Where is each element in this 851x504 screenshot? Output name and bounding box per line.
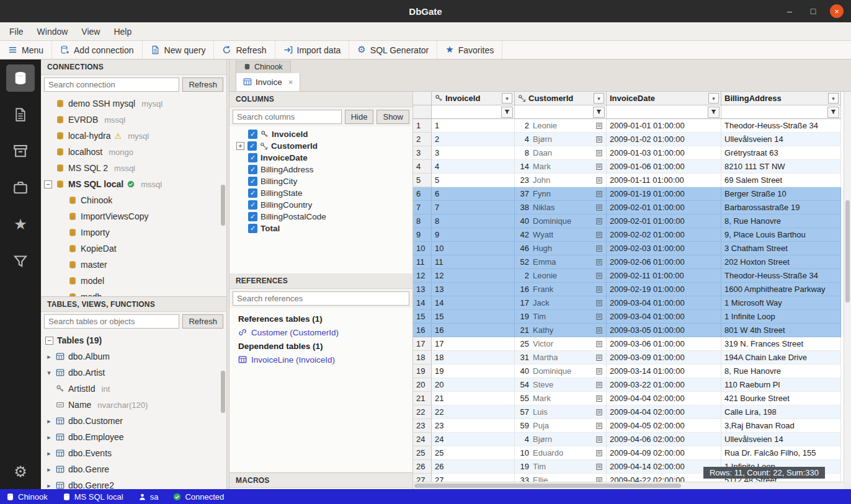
row-number[interactable]: 1 [413,119,432,133]
statusbar-chinook[interactable]: Chinook [6,492,48,502]
vertical-scrollbar-thumb[interactable] [845,200,850,303]
row-number[interactable]: 7 [413,201,432,214]
column-check-item-total[interactable]: ✓Total [229,223,412,234]
column-header-customerid[interactable]: CustomerId▾ [515,92,607,105]
cell-customerid[interactable]: 31Martha [515,351,607,365]
cell-customerid[interactable]: 42Wyatt [515,228,607,242]
row-number[interactable]: 22 [413,405,432,419]
lookup-icon[interactable] [595,422,603,430]
database-item-master[interactable]: master [41,257,226,273]
statusbar-sa[interactable]: sa [138,492,159,502]
row-number[interactable]: 10 [413,242,432,255]
filter-icon[interactable] [501,107,513,118]
cell-customerid[interactable]: 37Fynn [515,187,607,201]
cell-invoiceid[interactable]: 21 [432,392,515,405]
collapse-icon[interactable]: − [45,337,53,345]
cell-billingaddress[interactable]: 9, Place Louis Barthou [721,228,841,242]
database-item-chinook[interactable]: Chinook [41,192,226,208]
cell-billingaddress[interactable]: 1600 Amphitheatre Parkway [721,283,841,296]
table-item-dbo-album[interactable]: ▸dbo.Album [41,348,226,365]
column-check-item-billingcity[interactable]: ✓BillingCity [229,175,412,187]
cell-invoicedate[interactable]: 2009-01-01 01:00:00 [607,119,721,133]
menu-file[interactable]: File [2,22,30,40]
cell-billingaddress[interactable]: 8, Rue Hanovre [721,214,841,228]
rail-plugins-button[interactable] [6,174,35,201]
cell-invoiceid[interactable]: 10 [432,242,515,255]
lookup-icon[interactable] [595,259,603,266]
cell-customerid[interactable]: 52Emma [515,255,607,269]
cell-invoicedate[interactable]: 2009-03-05 01:00:00 [607,324,721,337]
row-number[interactable]: 23 [413,419,432,433]
cell-customerid[interactable]: 33Ellie [515,474,607,482]
cell-invoiceid[interactable]: 15 [432,310,515,324]
columns-search-input[interactable] [233,110,342,124]
row-number[interactable]: 2 [413,133,432,146]
lookup-icon[interactable] [595,436,603,443]
cell-billingaddress[interactable]: Ullevålsveien 14 [721,133,841,146]
cell-invoiceid[interactable]: 13 [432,283,515,296]
row-number[interactable]: 19 [413,365,432,378]
toolbar-import-data-button[interactable]: Import data [275,41,350,59]
row-number[interactable]: 14 [413,296,432,310]
lookup-icon[interactable] [595,272,603,280]
database-item-importviewscopy[interactable]: ImportViewsCopy [41,208,226,224]
lookup-icon[interactable] [595,122,603,130]
cell-invoiceid[interactable]: 7 [432,201,515,214]
filter-input-billingaddress[interactable] [721,105,827,118]
hide-button[interactable]: Hide [345,110,374,124]
cell-customerid[interactable]: 2Leonie [515,269,607,283]
cell-invoicedate[interactable]: 2009-01-02 01:00:00 [607,133,721,146]
checkbox-checked[interactable]: ✓ [248,188,257,198]
database-item-kopiedat[interactable]: KopieDat [41,241,226,257]
row-number[interactable]: 25 [413,446,432,460]
connections-scrollbar-thumb[interactable] [221,185,225,226]
lookup-icon[interactable] [595,190,603,198]
collapse-icon[interactable]: − [44,180,52,188]
cell-customerid[interactable]: 38Niklas [515,201,607,214]
lookup-icon[interactable] [595,163,603,170]
rail-archive-button[interactable] [6,138,35,165]
lookup-icon[interactable] [595,149,603,157]
rail-favorites-button[interactable]: ★ [6,211,35,238]
menu-window[interactable]: Window [30,22,75,40]
cell-customerid[interactable]: 8Daan [515,146,607,160]
toolbar-menu-button[interactable]: Menu [0,41,52,59]
column-item-artistid[interactable]: ArtistIdint [41,381,226,397]
cell-invoicedate[interactable]: 2009-01-06 01:00:00 [607,160,721,174]
filter-input-customerid[interactable] [515,105,593,118]
cell-invoiceid[interactable]: 8 [432,214,515,228]
column-menu-button[interactable]: ▾ [708,93,719,104]
cell-customerid[interactable]: 2Leonie [515,119,607,133]
connection-item-demo-ssh-mysql[interactable]: demo SSH mysqlmysql [41,95,226,112]
checkbox-checked[interactable]: ✓ [247,141,257,151]
connection-item-localhost[interactable]: localhostmongo [41,144,226,160]
cell-invoiceid[interactable]: 18 [432,351,515,365]
cell-invoicedate[interactable]: 2009-04-09 02:00:00 [607,446,721,460]
cell-billingaddress[interactable]: 1 Microsoft Way [721,296,841,310]
row-number[interactable]: 20 [413,378,432,392]
row-number[interactable]: 21 [413,392,432,405]
cell-invoicedate[interactable]: 2009-03-04 01:00:00 [607,296,721,310]
lookup-icon[interactable] [595,354,603,361]
lookup-icon[interactable] [595,218,603,225]
cell-invoiceid[interactable]: 6 [432,187,515,201]
cell-customerid[interactable]: 19Tim [515,460,607,474]
tab-close-icon[interactable]: × [288,77,293,87]
maximize-button[interactable]: □ [806,4,820,18]
cell-invoiceid[interactable]: 22 [432,405,515,419]
connection-search-input[interactable] [44,77,179,92]
row-number[interactable]: 6 [413,187,432,201]
cell-billingaddress[interactable]: Calle Lira, 198 [721,405,841,419]
column-header-invoicedate[interactable]: InvoiceDate▾ [607,92,721,105]
cell-customerid[interactable]: 21Kathy [515,324,607,337]
table-item-dbo-customer[interactable]: ▸dbo.Customer [41,413,226,429]
connection-item-local-hydra[interactable]: local-hydra⚠mysql [41,128,226,144]
cell-invoiceid[interactable]: 23 [432,419,515,433]
chevron-right-icon[interactable]: ▸ [46,434,52,441]
cell-invoicedate[interactable]: 2009-01-19 01:00:00 [607,187,721,201]
lookup-icon[interactable] [595,299,603,307]
cell-invoicedate[interactable]: 2009-02-11 01:00:00 [607,269,721,283]
cell-invoicedate[interactable]: 2009-01-11 01:00:00 [607,174,721,187]
column-item-name[interactable]: Namenvarchar(120) [41,397,226,413]
rail-database-button[interactable] [6,64,35,92]
